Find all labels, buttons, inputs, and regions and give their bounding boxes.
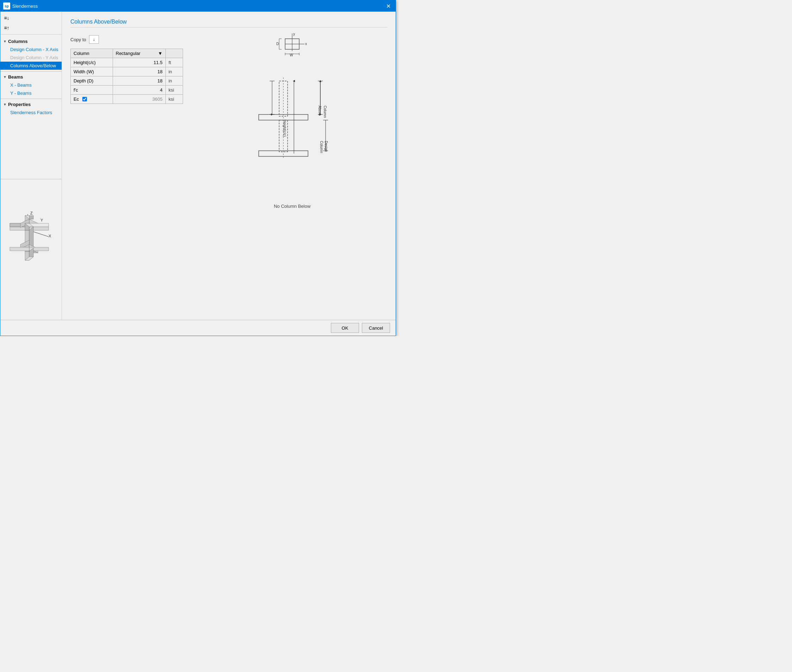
row-unit: in	[165, 77, 183, 86]
form-container: Copy to ↓ Column Rectangular ▼	[70, 35, 183, 104]
structure-diagram: Z ↑ Y X	[3, 209, 59, 290]
sort-up-button[interactable]: ≡↑	[2, 24, 11, 32]
nav-toolbar: ≡↓ ≡↑	[0, 12, 62, 35]
height-input[interactable]	[134, 60, 163, 65]
copy-to-label: Copy to	[70, 37, 86, 42]
row-unit: ksi	[165, 95, 183, 104]
row-label: Width (W)	[71, 67, 113, 77]
title-bar: sp Slenderness ✕	[0, 0, 396, 12]
svg-text:D: D	[276, 42, 279, 46]
sidebar-item-cols-above-below[interactable]: Columns Above/Below	[0, 62, 62, 70]
row-value[interactable]	[113, 58, 165, 67]
ec-input	[134, 96, 163, 102]
fc-input[interactable]	[134, 87, 163, 93]
window-body: ≡↓ ≡↑ ▼ Columns Design Column - X Axis D…	[0, 12, 396, 320]
ok-button[interactable]: OK	[331, 323, 359, 333]
ec-checkbox[interactable]	[82, 97, 87, 101]
close-button[interactable]: ✕	[384, 2, 393, 11]
table-row: Height(c/c) ft	[71, 58, 183, 67]
diagram-area: y x D W	[197, 32, 387, 209]
svg-text:Column: Column	[319, 141, 324, 153]
table-row: Ec ksi	[71, 95, 183, 104]
nav-tree: ▼ Columns Design Column - X Axis Design …	[0, 35, 62, 179]
app-icon: sp	[3, 2, 10, 10]
main-window: sp Slenderness ✕ ≡↓ ≡↑ ▼ Columns Design …	[0, 0, 396, 336]
svg-marker-26	[10, 247, 29, 251]
row-label: Height(c/c)	[71, 58, 113, 67]
tree-group-properties-header[interactable]: ▼ Properties	[0, 100, 62, 109]
tree-group-properties: ▼ Properties Slenderness Factors	[0, 100, 62, 117]
column-diagram: Height(c/c) Column Above Design	[248, 74, 336, 201]
sidebar-item-y-beams[interactable]: Y - Beams	[0, 89, 62, 97]
width-input[interactable]	[134, 69, 163, 74]
properties-table: Column Rectangular ▼	[70, 49, 183, 104]
main-content: Columns Above/Below Copy to ↓ Column	[62, 12, 396, 320]
row-value	[113, 95, 165, 104]
col-header-label: Column	[71, 49, 113, 58]
left-panel: ≡↓ ≡↑ ▼ Columns Design Column - X Axis D…	[0, 12, 62, 320]
svg-text:Z: Z	[30, 211, 33, 215]
tree-group-columns: ▼ Columns Design Column - X Axis Design …	[0, 37, 62, 70]
main-row: Copy to ↓ Column Rectangular ▼	[70, 32, 387, 209]
chevron-icon: ▼	[3, 75, 7, 79]
sidebar-item-design-col-y: Design Column - Y Axis	[0, 54, 62, 62]
row-value[interactable]	[113, 86, 165, 95]
chevron-icon: ▼	[3, 40, 7, 43]
3d-preview: Z ↑ Y X	[0, 179, 62, 320]
row-value[interactable]	[113, 77, 165, 86]
copy-to-row: Copy to ↓	[70, 35, 99, 44]
row-label: Depth (D)	[71, 77, 113, 86]
svg-text:Above: Above	[318, 106, 322, 116]
sidebar-item-x-beams[interactable]: X - Beams	[0, 81, 62, 89]
svg-marker-9	[29, 216, 34, 219]
table-row: f'c ksi	[71, 86, 183, 95]
row-unit: ft	[165, 58, 183, 67]
row-value[interactable]	[113, 67, 165, 77]
svg-text:Y: Y	[40, 218, 43, 222]
depth-input[interactable]	[134, 78, 163, 83]
svg-text:Design: Design	[324, 141, 328, 152]
sort-down-button[interactable]: ≡↓	[2, 14, 11, 22]
tree-group-beams-header[interactable]: ▼ Beams	[0, 73, 62, 81]
table-row: Depth (D) in	[71, 77, 183, 86]
col-header-unit	[165, 49, 183, 58]
sidebar-item-design-col-x[interactable]: Design Column - X Axis	[0, 45, 62, 54]
svg-text:Height(c/c): Height(c/c)	[283, 120, 286, 137]
svg-text:x: x	[305, 42, 307, 46]
row-unit: ksi	[165, 86, 183, 95]
row-unit: in	[165, 67, 183, 77]
table-row: Width (W) in	[71, 67, 183, 77]
chevron-icon: ▼	[3, 102, 7, 106]
dropdown-icon: ▼	[158, 51, 163, 56]
tree-group-columns-header[interactable]: ▼ Columns	[0, 37, 62, 45]
no-column-below-label: No Column Below	[274, 203, 310, 209]
svg-text:Column: Column	[323, 106, 327, 118]
cancel-button[interactable]: Cancel	[362, 323, 390, 333]
footer: OK Cancel	[0, 320, 396, 336]
copy-to-button[interactable]: ↓	[89, 35, 99, 44]
sidebar-item-slenderness-factors[interactable]: Slenderness Factors	[0, 109, 62, 117]
svg-text:X: X	[49, 234, 51, 238]
tree-group-beams: ▼ Beams X - Beams Y - Beams	[0, 73, 62, 97]
svg-text:y: y	[293, 32, 295, 36]
section-title: Columns Above/Below	[70, 19, 387, 27]
col-header-type: Rectangular ▼	[113, 49, 165, 58]
row-label: f'c	[71, 86, 113, 95]
cross-section-diagram: y x D W	[269, 32, 315, 67]
window-title: Slenderness	[12, 3, 384, 9]
row-label: Ec	[71, 95, 113, 104]
